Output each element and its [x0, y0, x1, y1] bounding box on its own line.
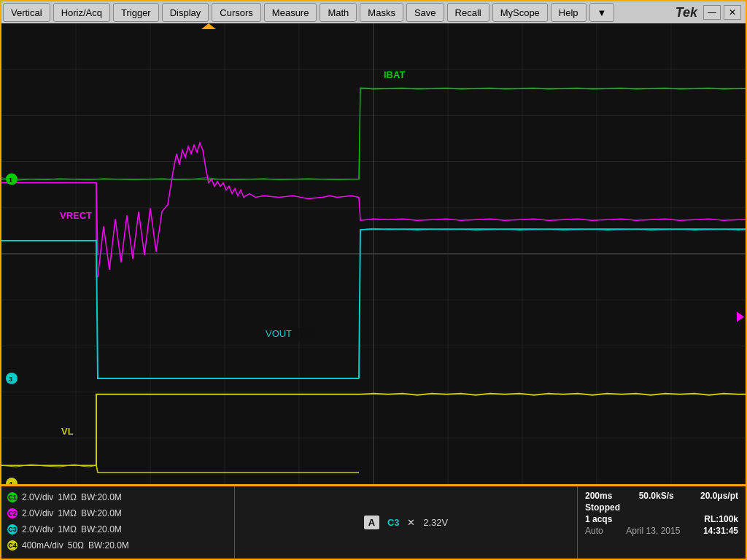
- ch2-row: C2 2.0V/div 1MΩ BW:20.0M: [7, 505, 228, 521]
- trigger-channel: C3: [387, 517, 400, 528]
- channel-info-panel: C1 2.0V/div 1MΩ BW:20.0M C2 2.0V/div 1MΩ…: [1, 486, 235, 559]
- ch2-volts: 2.0V/div: [22, 508, 53, 518]
- timebase-value: 200ms: [585, 491, 612, 501]
- acq-state: Stopped: [585, 502, 620, 513]
- window-controls: — ✕: [703, 5, 741, 20]
- ch1-volts: 2.0V/div: [22, 492, 53, 502]
- close-button[interactable]: ✕: [724, 5, 741, 20]
- menu-math[interactable]: Math: [320, 3, 357, 22]
- svg-text:IBAT: IBAT: [384, 69, 405, 80]
- acq-time: 14:31:45: [703, 526, 738, 536]
- ch4-volts: 400mA/div: [22, 540, 63, 551]
- svg-text:VRECT: VRECT: [60, 210, 92, 221]
- minimize-button[interactable]: —: [703, 5, 721, 20]
- timebase-row: 200ms 50.0kS/s 20.0μs/pt: [585, 491, 738, 501]
- menu-save[interactable]: Save: [406, 3, 444, 22]
- menu-measure[interactable]: Measure: [264, 3, 317, 22]
- ch1-row: C1 2.0V/div 1MΩ BW:20.0M: [7, 489, 228, 505]
- trigger-level: 2.32V: [423, 517, 448, 528]
- svg-marker-28: [737, 311, 744, 322]
- ch3-dot: C3: [7, 524, 18, 534]
- ch3-volts: 2.0V/div: [22, 524, 53, 534]
- pt-value: 20.0μs/pt: [700, 491, 738, 501]
- ch4-row: C4 400mA/div 50Ω BW:20.0M: [7, 537, 228, 553]
- ch4-bw: BW:20.0M: [88, 540, 129, 551]
- menu-dropdown[interactable]: ▼: [589, 3, 615, 22]
- trigger-info-panel: A C3 ✕ 2.32V: [235, 486, 578, 559]
- title-bar: Vertical Horiz/Acq Trigger Display Curso…: [0, 0, 747, 23]
- ch3-bw: BW:20.0M: [81, 524, 122, 534]
- acq-state-row: Stopped: [585, 502, 738, 513]
- ch2-bw: BW:20.0M: [81, 508, 122, 518]
- svg-text:VL: VL: [61, 426, 74, 437]
- svg-marker-22: [201, 23, 216, 29]
- timebase-panel: 200ms 50.0kS/s 20.0μs/pt Stopped 1 acqs …: [578, 486, 746, 559]
- ch4-dot: C4: [7, 540, 18, 551]
- app-logo: Tek: [676, 5, 697, 20]
- ch4-imp: 50Ω: [68, 540, 84, 551]
- menu-recall[interactable]: Recall: [447, 3, 489, 22]
- acq-count-row: 1 acqs RL:100k: [585, 514, 738, 524]
- trigger-display: A C3 ✕ 2.32V: [364, 517, 449, 528]
- scope-area: VOUT IBAT VRECT VL 1 3: [0, 23, 747, 560]
- trigger-mode-badge: A: [364, 516, 379, 529]
- acq-date: April 13, 2015: [626, 526, 680, 536]
- svg-text:VOUT: VOUT: [266, 328, 292, 339]
- svg-text:4: 4: [9, 481, 12, 486]
- menu-help[interactable]: Help: [551, 3, 587, 22]
- status-bar: C1 2.0V/div 1MΩ BW:20.0M C2 2.0V/div 1MΩ…: [1, 486, 746, 559]
- ch3-imp: 1MΩ: [58, 524, 77, 534]
- menu-vertical[interactable]: Vertical: [3, 3, 50, 22]
- menu-horiz-acq[interactable]: Horiz/Acq: [53, 3, 110, 22]
- oscilloscope-screen[interactable]: VOUT IBAT VRECT VL 1 3: [1, 23, 746, 486]
- menu-myscope[interactable]: MyScope: [492, 3, 548, 22]
- menu-masks[interactable]: Masks: [360, 3, 403, 22]
- acq-mode-row: Auto April 13, 2015 14:31:45: [585, 526, 738, 536]
- ch1-bw: BW:20.0M: [81, 492, 122, 502]
- record-length: RL:100k: [704, 514, 738, 524]
- acq-count: 1 acqs: [585, 514, 612, 524]
- menu-trigger[interactable]: Trigger: [113, 3, 159, 22]
- ch1-imp: 1MΩ: [58, 492, 77, 502]
- trigger-cursor-icon: ✕: [407, 517, 415, 528]
- ch3-row: C3 2.0V/div 1MΩ BW:20.0M: [7, 521, 228, 537]
- waveform-display: VOUT IBAT VRECT VL 1 3: [1, 23, 746, 484]
- ch1-dot: C1: [7, 492, 18, 502]
- svg-text:1: 1: [9, 176, 12, 184]
- menu-cursors[interactable]: Cursors: [212, 3, 261, 22]
- ch2-imp: 1MΩ: [58, 508, 77, 518]
- svg-text:3: 3: [9, 376, 12, 383]
- acq-mode-label: Auto: [585, 526, 603, 536]
- ch2-dot: C2: [7, 508, 18, 518]
- sample-rate: 50.0kS/s: [639, 491, 674, 501]
- menu-display[interactable]: Display: [162, 3, 209, 22]
